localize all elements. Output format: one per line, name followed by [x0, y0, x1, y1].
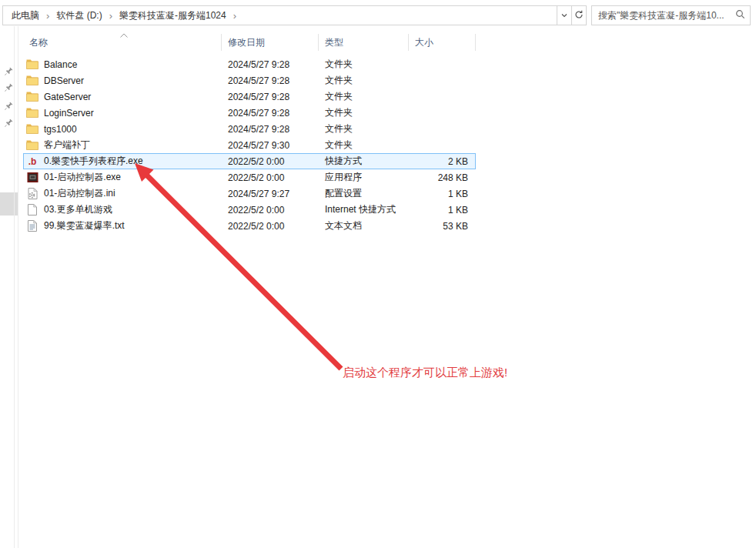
file-name-cell: LoginServer [23, 107, 222, 119]
file-row[interactable]: LoginServer2024/5/27 9:28文件夹 [23, 105, 476, 121]
breadcrumb-separator-icon: › [109, 11, 112, 21]
file-name-cell: tgs1000 [23, 123, 222, 135]
magnifier-icon [735, 8, 745, 22]
folder-icon [26, 107, 38, 119]
file-type: 文件夹 [319, 74, 409, 87]
chevron-down-icon [560, 8, 568, 22]
file-name: GateServer [44, 92, 91, 102]
file-size: 1 KB [409, 189, 476, 199]
address-dropdown-button[interactable] [557, 6, 571, 25]
folder-icon [26, 139, 38, 152]
application-icon [26, 172, 38, 184]
file-row[interactable]: 03.更多单机游戏2022/5/2 0:00Internet 快捷方式1 KB [23, 202, 476, 218]
file-row[interactable]: .b0.樂雯快手列表程序.exe2022/5/2 0:00快捷方式2 KB [23, 153, 476, 169]
file-name: 0.樂雯快手列表程序.exe [44, 155, 143, 168]
file-type: 快捷方式 [319, 155, 409, 168]
blank-icon [26, 204, 38, 216]
file-type: 配置设置 [319, 187, 409, 200]
file-name: 01-启动控制器.ini [44, 187, 115, 200]
search-box[interactable] [591, 5, 751, 25]
file-list-panel: 名称 修改日期 类型 大小 Balance2024/5/27 9:28文件夹DB… [23, 34, 476, 234]
pin-icon [3, 118, 13, 128]
file-type: 文件夹 [319, 122, 409, 135]
scrollbar-thumb[interactable] [0, 192, 18, 216]
file-row[interactable]: GateServer2024/5/27 9:28文件夹 [23, 89, 476, 105]
pane-splitter[interactable] [14, 26, 15, 548]
file-type: 文件夹 [319, 139, 409, 152]
pane-splitter[interactable] [18, 26, 18, 548]
file-name-cell: DBServer [23, 75, 222, 87]
refresh-icon [574, 8, 584, 22]
file-name: LoginServer [44, 108, 94, 119]
file-date: 2024/5/27 9:28 [222, 92, 319, 102]
pin-icon [3, 66, 13, 76]
file-date: 2024/5/27 9:27 [222, 189, 319, 199]
file-size: 1 KB [409, 205, 476, 216]
file-type: 文本文档 [319, 219, 409, 232]
search-input[interactable] [598, 10, 735, 21]
file-date: 2022/5/2 0:00 [222, 156, 319, 167]
file-row[interactable]: 客户端补丁2024/5/27 9:30文件夹 [23, 137, 476, 153]
file-name-cell: 客户端补丁 [23, 139, 222, 152]
file-date: 2022/5/2 0:00 [222, 172, 319, 183]
file-size: 248 KB [409, 172, 476, 183]
text-icon [26, 220, 38, 232]
file-row[interactable]: 99.樂雯蓝凝爆率.txt2022/5/2 0:00文本文档53 KB [23, 218, 476, 234]
file-date: 2024/5/27 9:28 [222, 108, 319, 119]
annotation-text: 启动这个程序才可以正常上游戏! [343, 366, 507, 380]
file-name: 03.更多单机游戏 [44, 203, 112, 216]
file-date: 2022/5/2 0:00 [222, 221, 319, 232]
file-type: 文件夹 [319, 58, 409, 71]
folder-icon [26, 75, 38, 87]
file-name-cell: 01-启动控制器.exe [23, 171, 222, 184]
folder-icon [26, 91, 38, 103]
breadcrumb: 此电脑 › 软件盘 (D:) › 樂雯科技蓝凝-服务端1024 › [3, 6, 557, 25]
file-row[interactable]: 01-启动控制器.exe2022/5/2 0:00应用程序248 KB [23, 169, 476, 185]
file-name: Balance [44, 59, 77, 70]
file-name-cell: GateServer [23, 91, 222, 103]
file-type: Internet 快捷方式 [319, 203, 409, 216]
file-name: 客户端补丁 [44, 139, 90, 152]
file-date: 2024/5/27 9:28 [222, 75, 319, 86]
shortcut-icon: .b [26, 155, 38, 168]
file-name-cell: 99.樂雯蓝凝爆率.txt [23, 219, 222, 232]
file-list: Balance2024/5/27 9:28文件夹DBServer2024/5/2… [23, 56, 476, 234]
file-row[interactable]: Balance2024/5/27 9:28文件夹 [23, 56, 476, 72]
breadcrumb-separator-icon: › [233, 11, 236, 21]
column-header-date[interactable]: 修改日期 [222, 34, 319, 51]
file-name: 01-启动控制器.exe [44, 171, 121, 184]
file-row[interactable]: tgs10002024/5/27 9:28文件夹 [23, 121, 476, 137]
file-date: 2024/5/27 9:30 [222, 140, 319, 151]
sort-ascending-icon [119, 28, 129, 42]
file-date: 2024/5/27 9:28 [222, 59, 319, 70]
file-type: 文件夹 [319, 106, 409, 119]
folder-icon [26, 58, 38, 71]
folder-icon [26, 123, 38, 135]
file-name: 99.樂雯蓝凝爆率.txt [44, 219, 125, 232]
file-type: 应用程序 [319, 171, 409, 184]
file-date: 2024/5/27 9:28 [222, 124, 319, 135]
file-name-cell: .b0.樂雯快手列表程序.exe [23, 155, 222, 168]
breadcrumb-this-pc[interactable]: 此电脑 [12, 9, 39, 22]
file-date: 2022/5/2 0:00 [222, 205, 319, 216]
file-name: DBServer [44, 75, 84, 86]
file-row[interactable]: DBServer2024/5/27 9:28文件夹 [23, 72, 476, 89]
toolbar: 此电脑 › 软件盘 (D:) › 樂雯科技蓝凝-服务端1024 › [2, 5, 751, 25]
refresh-button[interactable] [571, 6, 586, 25]
address-bar[interactable]: 此电脑 › 软件盘 (D:) › 樂雯科技蓝凝-服务端1024 › [2, 5, 587, 25]
breadcrumb-drive-d[interactable]: 软件盘 (D:) [56, 9, 102, 22]
file-size: 2 KB [409, 156, 476, 167]
pin-icon [3, 82, 13, 92]
breadcrumb-separator-icon: › [46, 11, 49, 21]
file-name-cell: Balance [23, 58, 222, 71]
file-size: 53 KB [409, 221, 476, 232]
column-headers: 名称 修改日期 类型 大小 [23, 34, 476, 51]
breadcrumb-current-folder[interactable]: 樂雯科技蓝凝-服务端1024 [119, 9, 226, 22]
file-name-cell: 03.更多单机游戏 [23, 203, 222, 216]
file-row[interactable]: 01-启动控制器.ini2024/5/27 9:27配置设置1 KB [23, 185, 476, 202]
column-header-size[interactable]: 大小 [409, 34, 476, 51]
file-name: tgs1000 [44, 124, 77, 135]
explorer-window: 此电脑 › 软件盘 (D:) › 樂雯科技蓝凝-服务端1024 › [0, 0, 756, 548]
file-name-cell: 01-启动控制器.ini [23, 187, 222, 200]
column-header-type[interactable]: 类型 [319, 34, 409, 51]
